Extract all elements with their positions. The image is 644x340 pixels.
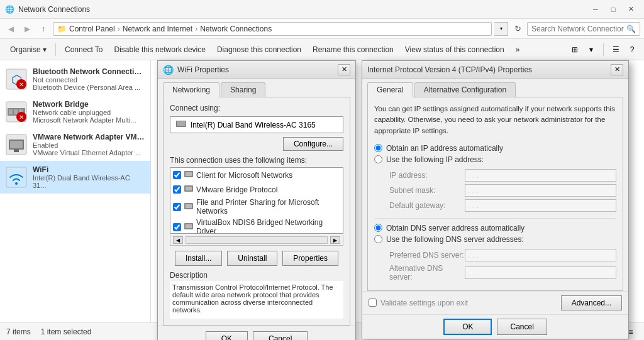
validate-checkbox[interactable] bbox=[369, 299, 377, 307]
close-button[interactable]: ✕ bbox=[623, 3, 639, 16]
install-button[interactable]: Install... bbox=[175, 251, 222, 266]
folder-icon: 📁 bbox=[57, 25, 67, 33]
more-button[interactable]: » bbox=[511, 41, 525, 58]
svg-rect-18 bbox=[177, 121, 186, 126]
maximize-button[interactable]: □ bbox=[605, 3, 621, 16]
item-label-0: Client for Microsoft Networks bbox=[196, 171, 292, 180]
auto-dns-label: Obtain DNS server address automatically bbox=[386, 224, 525, 233]
item-checkbox-2[interactable] bbox=[173, 203, 181, 211]
svg-rect-7 bbox=[14, 109, 18, 114]
back-button[interactable]: ◀ bbox=[4, 22, 18, 36]
properties-button[interactable]: Properties bbox=[282, 251, 338, 266]
item-label-2: File and Printer Sharing for Microsoft N… bbox=[196, 198, 340, 216]
advanced-button[interactable]: Advanced... bbox=[561, 295, 622, 310]
svg-rect-20 bbox=[186, 172, 192, 176]
address-path: 📁 Control Panel › Network and Internet ›… bbox=[53, 22, 492, 36]
adapter-icon bbox=[175, 119, 187, 130]
wifi-properties-dialog[interactable]: 🌐 WiFi Properties ✕ Networking Sharing C… bbox=[157, 60, 356, 340]
uninstall-button[interactable]: Uninstall bbox=[227, 251, 277, 266]
forward-button[interactable]: ▶ bbox=[20, 22, 34, 36]
view-dropdown-button[interactable]: ▾ bbox=[584, 43, 598, 57]
items-action-buttons: Install... Uninstall Properties bbox=[170, 251, 343, 266]
vmware-info: VMware Network Adapter VMnet1 Enabled VM… bbox=[33, 133, 145, 156]
tab-networking[interactable]: Networking bbox=[163, 82, 219, 97]
manual-dns-radio[interactable] bbox=[374, 235, 382, 243]
wifi-dialog-icon: 🌐 bbox=[163, 65, 174, 75]
wifi-ok-button[interactable]: OK bbox=[206, 331, 248, 340]
scroll-right-button[interactable]: ▶ bbox=[330, 236, 340, 244]
manual-ip-radio[interactable] bbox=[374, 155, 382, 163]
ipv4-ok-button[interactable]: OK bbox=[443, 319, 492, 335]
item-checkbox-3[interactable] bbox=[173, 223, 181, 231]
svg-rect-22 bbox=[186, 187, 192, 190]
ipv4-cancel-button[interactable]: Cancel bbox=[497, 319, 547, 335]
validate-label: Validate settings upon exit bbox=[380, 299, 468, 307]
wifi-dialog-title-left: 🌐 WiFi Properties bbox=[163, 65, 229, 75]
svg-point-16 bbox=[15, 182, 18, 185]
ipv4-properties-dialog[interactable]: Internet Protocol Version 4 (TCP/IPv4) P… bbox=[362, 60, 629, 339]
item-checkbox-1[interactable] bbox=[173, 185, 181, 194]
network-item-wifi[interactable]: WiFi Intel(R) Dual Band Wireless-AC 31..… bbox=[0, 161, 150, 194]
gateway-input[interactable] bbox=[465, 199, 616, 212]
ipv4-dialog-title: Internet Protocol Version 4 (TCP/IPv4) P… bbox=[367, 65, 532, 74]
connect-to-button[interactable]: Connect To bbox=[60, 41, 108, 58]
network-item-bridge[interactable]: ✕ Network Bridge Network cable unplugged… bbox=[0, 96, 150, 128]
view-status-button[interactable]: View status of this connection bbox=[400, 41, 509, 58]
bluetooth-name: Bluetooth Network Connection 4 bbox=[33, 67, 145, 76]
tab-general[interactable]: General bbox=[367, 82, 413, 97]
search-icon: 🔍 bbox=[626, 25, 636, 33]
refresh-button[interactable]: ↻ bbox=[511, 22, 525, 36]
alt-dns-row: Alternative DNS server: bbox=[374, 264, 616, 282]
ip-address-input[interactable] bbox=[465, 169, 616, 182]
ipv4-tab-content: You can get IP settings assigned automat… bbox=[367, 97, 623, 291]
auto-ip-radio[interactable] bbox=[374, 144, 382, 152]
rename-button[interactable]: Rename this connection bbox=[308, 41, 399, 58]
pref-dns-row: Preferred DNS server: bbox=[374, 249, 616, 261]
ipv4-dialog-titlebar: Internet Protocol Version 4 (TCP/IPv4) P… bbox=[362, 61, 628, 79]
search-box[interactable]: 🔍 bbox=[527, 22, 640, 36]
search-input[interactable] bbox=[531, 25, 624, 33]
bluetooth-icon: ⬡ ✕ bbox=[5, 68, 28, 90]
dns-radio-group: Obtain DNS server address automatically … bbox=[374, 224, 616, 244]
diagnose-button[interactable]: Diagnose this connection bbox=[212, 41, 306, 58]
wifi-icon bbox=[5, 166, 28, 189]
help-button[interactable]: ? bbox=[625, 43, 639, 57]
tab-alt-config[interactable]: Alternative Configuration bbox=[414, 82, 516, 97]
scroll-left-button[interactable]: ◀ bbox=[173, 236, 183, 244]
network-item-vmware[interactable]: VMware Network Adapter VMnet1 Enabled VM… bbox=[0, 128, 150, 161]
description-box: Description Transmission Control Protoco… bbox=[170, 271, 343, 319]
tab-sharing[interactable]: Sharing bbox=[221, 82, 265, 97]
wifi-dialog-close[interactable]: ✕ bbox=[338, 64, 350, 75]
auto-dns-radio[interactable] bbox=[374, 224, 382, 232]
pref-dns-input[interactable] bbox=[465, 249, 616, 261]
address-dropdown[interactable]: ▾ bbox=[494, 22, 508, 36]
title-bar-controls: ─ □ ✕ bbox=[587, 3, 639, 16]
selection-info: 1 item selected bbox=[41, 327, 92, 336]
alt-dns-input[interactable] bbox=[465, 266, 616, 279]
adapter-name: Intel(R) Dual Band Wireless-AC 3165 bbox=[191, 121, 316, 129]
configure-button[interactable]: Configure... bbox=[283, 137, 343, 151]
organise-button[interactable]: Organise ▾ bbox=[5, 41, 52, 58]
bridge-detail: Microsoft Network Adapter Multi... bbox=[33, 116, 145, 124]
disable-button[interactable]: Disable this network device bbox=[109, 41, 211, 58]
adapter-box: Intel(R) Dual Band Wireless-AC 3165 bbox=[170, 116, 343, 133]
wifi-name: WiFi bbox=[33, 165, 145, 174]
manual-ip-label: Use the following IP address: bbox=[386, 155, 484, 164]
minimize-button[interactable]: ─ bbox=[587, 3, 604, 16]
wifi-dialog-title: WiFi Properties bbox=[177, 65, 229, 74]
items-label: This connection uses the following items… bbox=[170, 156, 343, 165]
network-list: ⬡ ✕ Bluetooth Network Connection 4 Not c… bbox=[0, 60, 151, 322]
ipv4-dialog-tabs: General Alternative Configuration bbox=[362, 79, 628, 97]
view-list-button[interactable]: ☰ bbox=[609, 43, 623, 57]
vmware-icon bbox=[5, 133, 28, 156]
up-button[interactable]: ↑ bbox=[36, 22, 50, 36]
ipv4-dialog-close[interactable]: ✕ bbox=[611, 64, 623, 75]
network-item-bluetooth[interactable]: ⬡ ✕ Bluetooth Network Connection 4 Not c… bbox=[0, 63, 150, 96]
manual-ip-radio-row: Use the following IP address: bbox=[374, 155, 616, 164]
subnet-input[interactable] bbox=[465, 184, 616, 197]
view-tiles-button[interactable]: ⊞ bbox=[568, 43, 582, 57]
item-checkbox-0[interactable] bbox=[173, 171, 181, 179]
description-label: Description bbox=[170, 271, 343, 280]
window-icon: 🌐 bbox=[5, 5, 14, 14]
wifi-cancel-button[interactable]: Cancel bbox=[253, 331, 308, 340]
